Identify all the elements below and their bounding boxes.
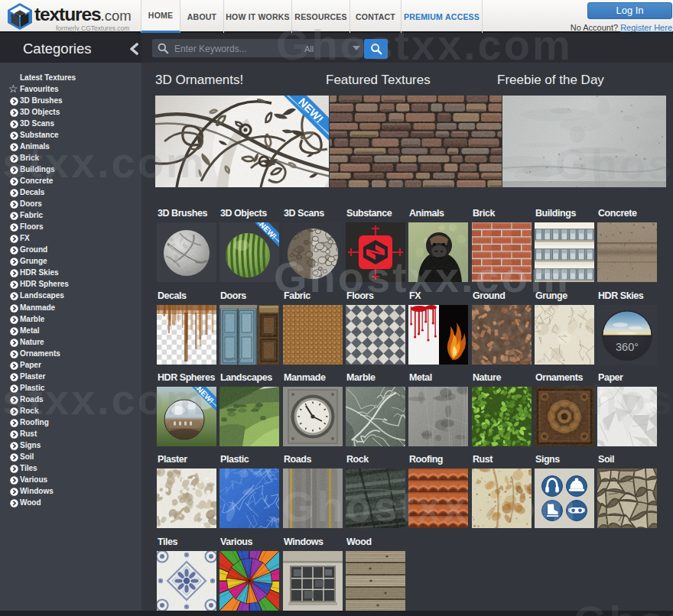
svg-text:360°: 360° [616, 341, 639, 353]
